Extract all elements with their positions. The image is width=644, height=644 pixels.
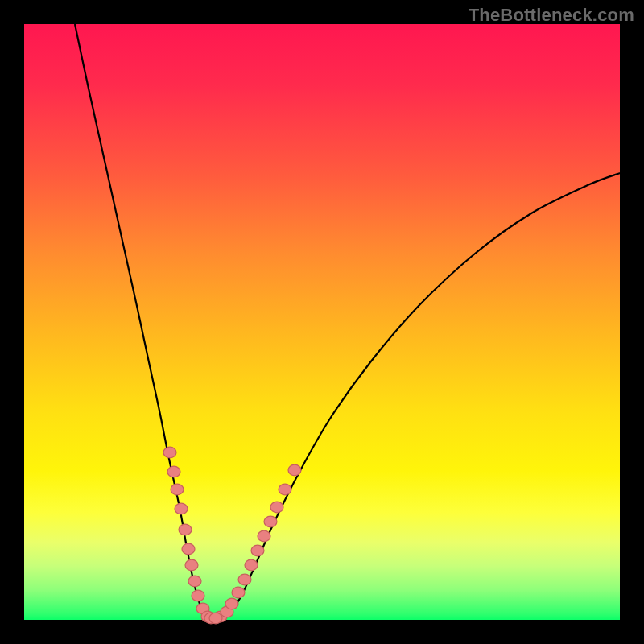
data-dot	[279, 484, 291, 495]
data-dot	[232, 587, 245, 598]
data-dot	[171, 484, 184, 495]
data-dot	[258, 530, 270, 542]
data-dot	[209, 613, 222, 624]
data-dot	[238, 574, 251, 585]
data-dot	[185, 559, 198, 571]
data-dot	[264, 516, 277, 527]
data-dot	[192, 590, 204, 601]
dots-bottom	[204, 613, 222, 624]
data-dot	[225, 598, 238, 609]
data-dot	[188, 576, 201, 587]
dots-left-arm	[163, 447, 214, 622]
data-dot	[175, 503, 188, 514]
data-dot	[288, 464, 301, 476]
data-dot	[163, 447, 176, 458]
plot-area	[24, 24, 620, 620]
data-dot	[179, 524, 192, 535]
data-dot	[167, 466, 180, 477]
data-dot	[245, 559, 258, 571]
curve-right-arm	[213, 173, 620, 619]
bottleneck-curve-svg	[24, 24, 620, 620]
watermark-label: TheBottleneck.com	[469, 5, 634, 26]
data-dot	[182, 543, 195, 555]
dots-right-arm	[214, 464, 301, 622]
data-dot	[270, 502, 283, 513]
data-dot	[251, 545, 264, 556]
